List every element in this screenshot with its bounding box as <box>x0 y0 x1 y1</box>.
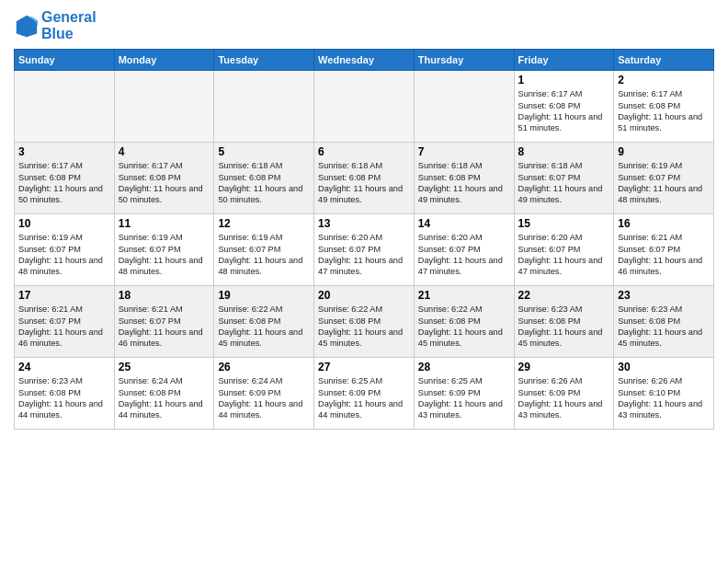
day-number: 30 <box>618 361 710 373</box>
day-info: Sunrise: 6:17 AM Sunset: 6:08 PM Dayligh… <box>119 160 210 206</box>
day-number: 26 <box>218 361 310 373</box>
day-number: 14 <box>418 217 510 230</box>
calendar-day-cell <box>414 71 514 143</box>
day-number: 13 <box>318 217 410 230</box>
calendar-week-row: 1Sunrise: 6:17 AM Sunset: 6:08 PM Daylig… <box>15 71 714 143</box>
calendar-day-cell: 25Sunrise: 6:24 AM Sunset: 6:08 PM Dayli… <box>114 358 214 430</box>
calendar-day-cell: 22Sunrise: 6:23 AM Sunset: 6:08 PM Dayli… <box>514 286 614 358</box>
day-info: Sunrise: 6:18 AM Sunset: 6:08 PM Dayligh… <box>318 160 410 206</box>
logo: General Blue <box>14 9 97 41</box>
calendar-day-cell: 12Sunrise: 6:19 AM Sunset: 6:07 PM Dayli… <box>214 214 314 286</box>
calendar-week-row: 24Sunrise: 6:23 AM Sunset: 6:08 PM Dayli… <box>15 358 714 430</box>
day-info: Sunrise: 6:23 AM Sunset: 6:08 PM Dayligh… <box>518 304 610 350</box>
day-number: 3 <box>18 145 110 158</box>
day-number: 20 <box>318 289 410 302</box>
calendar-day-cell <box>15 71 115 143</box>
day-info: Sunrise: 6:23 AM Sunset: 6:08 PM Dayligh… <box>18 375 110 421</box>
day-number: 19 <box>218 289 310 302</box>
day-info: Sunrise: 6:17 AM Sunset: 6:08 PM Dayligh… <box>18 160 110 206</box>
calendar-day-cell: 15Sunrise: 6:20 AM Sunset: 6:07 PM Dayli… <box>514 214 614 286</box>
weekday-header: Saturday <box>614 50 714 71</box>
calendar-day-cell: 30Sunrise: 6:26 AM Sunset: 6:10 PM Dayli… <box>614 358 714 430</box>
calendar-day-cell: 21Sunrise: 6:22 AM Sunset: 6:08 PM Dayli… <box>414 286 514 358</box>
calendar-day-cell: 14Sunrise: 6:20 AM Sunset: 6:07 PM Dayli… <box>414 214 514 286</box>
calendar-day-cell: 24Sunrise: 6:23 AM Sunset: 6:08 PM Dayli… <box>15 358 115 430</box>
day-number: 8 <box>518 145 610 158</box>
day-number: 1 <box>518 74 610 86</box>
header: General Blue <box>14 9 714 41</box>
day-info: Sunrise: 6:22 AM Sunset: 6:08 PM Dayligh… <box>218 304 310 350</box>
calendar-day-cell: 3Sunrise: 6:17 AM Sunset: 6:08 PM Daylig… <box>15 143 115 214</box>
calendar-day-cell <box>114 71 214 143</box>
calendar-day-cell: 1Sunrise: 6:17 AM Sunset: 6:08 PM Daylig… <box>514 71 614 143</box>
calendar-week-row: 10Sunrise: 6:19 AM Sunset: 6:07 PM Dayli… <box>15 214 714 286</box>
day-number: 29 <box>518 361 610 373</box>
day-number: 25 <box>119 361 210 373</box>
calendar-week-row: 17Sunrise: 6:21 AM Sunset: 6:07 PM Dayli… <box>15 286 714 358</box>
calendar-day-cell: 17Sunrise: 6:21 AM Sunset: 6:07 PM Dayli… <box>15 286 115 358</box>
weekday-header: Wednesday <box>314 50 415 71</box>
calendar-day-cell: 27Sunrise: 6:25 AM Sunset: 6:09 PM Dayli… <box>314 358 415 430</box>
calendar-day-cell: 26Sunrise: 6:24 AM Sunset: 6:09 PM Dayli… <box>214 358 314 430</box>
day-number: 7 <box>418 145 510 158</box>
calendar-day-cell: 10Sunrise: 6:19 AM Sunset: 6:07 PM Dayli… <box>15 214 115 286</box>
day-info: Sunrise: 6:24 AM Sunset: 6:09 PM Dayligh… <box>218 375 310 421</box>
calendar-day-cell: 2Sunrise: 6:17 AM Sunset: 6:08 PM Daylig… <box>614 71 714 143</box>
calendar-day-cell: 20Sunrise: 6:22 AM Sunset: 6:08 PM Dayli… <box>314 286 415 358</box>
day-number: 28 <box>418 361 510 373</box>
day-number: 23 <box>618 289 710 302</box>
calendar-day-cell: 16Sunrise: 6:21 AM Sunset: 6:07 PM Dayli… <box>614 214 714 286</box>
day-number: 4 <box>119 145 210 158</box>
day-info: Sunrise: 6:19 AM Sunset: 6:07 PM Dayligh… <box>18 232 110 278</box>
day-info: Sunrise: 6:20 AM Sunset: 6:07 PM Dayligh… <box>418 232 510 278</box>
calendar-day-cell: 9Sunrise: 6:19 AM Sunset: 6:07 PM Daylig… <box>614 143 714 214</box>
calendar-header-row: SundayMondayTuesdayWednesdayThursdayFrid… <box>15 50 714 71</box>
day-number: 15 <box>518 217 610 230</box>
weekday-header: Friday <box>514 50 614 71</box>
day-number: 24 <box>18 361 110 373</box>
calendar-week-row: 3Sunrise: 6:17 AM Sunset: 6:08 PM Daylig… <box>15 143 714 214</box>
calendar-day-cell: 6Sunrise: 6:18 AM Sunset: 6:08 PM Daylig… <box>314 143 415 214</box>
day-info: Sunrise: 6:24 AM Sunset: 6:08 PM Dayligh… <box>119 375 210 421</box>
calendar-day-cell: 28Sunrise: 6:25 AM Sunset: 6:09 PM Dayli… <box>414 358 514 430</box>
day-info: Sunrise: 6:18 AM Sunset: 6:08 PM Dayligh… <box>218 160 310 206</box>
day-info: Sunrise: 6:17 AM Sunset: 6:08 PM Dayligh… <box>518 88 610 134</box>
calendar-day-cell: 29Sunrise: 6:26 AM Sunset: 6:09 PM Dayli… <box>514 358 614 430</box>
day-number: 10 <box>18 217 110 230</box>
calendar-day-cell: 13Sunrise: 6:20 AM Sunset: 6:07 PM Dayli… <box>314 214 415 286</box>
day-info: Sunrise: 6:18 AM Sunset: 6:07 PM Dayligh… <box>518 160 610 206</box>
calendar-day-cell: 19Sunrise: 6:22 AM Sunset: 6:08 PM Dayli… <box>214 286 314 358</box>
calendar-day-cell <box>214 71 314 143</box>
day-info: Sunrise: 6:22 AM Sunset: 6:08 PM Dayligh… <box>318 304 410 350</box>
day-number: 21 <box>418 289 510 302</box>
day-info: Sunrise: 6:23 AM Sunset: 6:08 PM Dayligh… <box>618 304 710 350</box>
day-info: Sunrise: 6:20 AM Sunset: 6:07 PM Dayligh… <box>318 232 410 278</box>
day-number: 6 <box>318 145 410 158</box>
calendar-day-cell: 23Sunrise: 6:23 AM Sunset: 6:08 PM Dayli… <box>614 286 714 358</box>
day-info: Sunrise: 6:21 AM Sunset: 6:07 PM Dayligh… <box>618 232 710 278</box>
day-info: Sunrise: 6:26 AM Sunset: 6:09 PM Dayligh… <box>518 375 610 421</box>
day-info: Sunrise: 6:20 AM Sunset: 6:07 PM Dayligh… <box>518 232 610 278</box>
day-number: 18 <box>119 289 210 302</box>
logo-icon <box>14 13 40 39</box>
day-number: 16 <box>618 217 710 230</box>
calendar-day-cell <box>314 71 415 143</box>
day-info: Sunrise: 6:18 AM Sunset: 6:08 PM Dayligh… <box>418 160 510 206</box>
calendar-day-cell: 5Sunrise: 6:18 AM Sunset: 6:08 PM Daylig… <box>214 143 314 214</box>
day-number: 2 <box>618 74 710 86</box>
day-info: Sunrise: 6:19 AM Sunset: 6:07 PM Dayligh… <box>618 160 710 206</box>
weekday-header: Monday <box>114 50 214 71</box>
day-info: Sunrise: 6:19 AM Sunset: 6:07 PM Dayligh… <box>218 232 310 278</box>
day-number: 11 <box>119 217 210 230</box>
calendar-day-cell: 11Sunrise: 6:19 AM Sunset: 6:07 PM Dayli… <box>114 214 214 286</box>
day-number: 5 <box>218 145 310 158</box>
calendar-day-cell: 4Sunrise: 6:17 AM Sunset: 6:08 PM Daylig… <box>114 143 214 214</box>
day-info: Sunrise: 6:21 AM Sunset: 6:07 PM Dayligh… <box>18 304 110 350</box>
day-info: Sunrise: 6:25 AM Sunset: 6:09 PM Dayligh… <box>318 375 410 421</box>
day-info: Sunrise: 6:25 AM Sunset: 6:09 PM Dayligh… <box>418 375 510 421</box>
day-info: Sunrise: 6:22 AM Sunset: 6:08 PM Dayligh… <box>418 304 510 350</box>
day-info: Sunrise: 6:26 AM Sunset: 6:10 PM Dayligh… <box>618 375 710 421</box>
calendar-day-cell: 8Sunrise: 6:18 AM Sunset: 6:07 PM Daylig… <box>514 143 614 214</box>
day-number: 9 <box>618 145 710 158</box>
day-info: Sunrise: 6:21 AM Sunset: 6:07 PM Dayligh… <box>119 304 210 350</box>
